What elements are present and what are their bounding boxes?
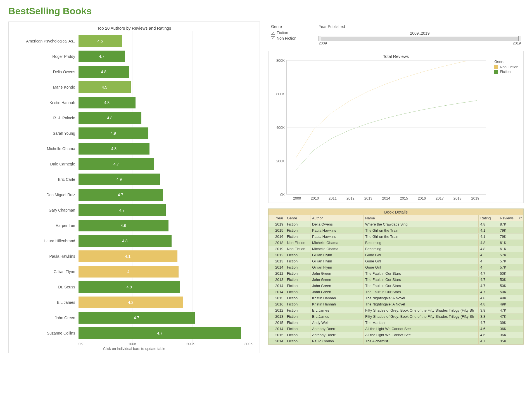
cell-author: John Green xyxy=(310,283,364,289)
cell-reviews: 79K xyxy=(498,234,523,240)
author-bar[interactable]: 4.2 xyxy=(79,297,183,308)
table-row[interactable]: 2014FictionAnthony DoerrAll the Light We… xyxy=(269,326,523,332)
table-row[interactable]: 2012FictionGillian FlynnGone Girl457K xyxy=(269,252,523,258)
author-bar[interactable]: 4.7 xyxy=(79,51,125,62)
author-bar[interactable]: 4.7 xyxy=(79,204,166,216)
bar-rating-label: 4.7 xyxy=(99,54,104,59)
cell-year: 2015 xyxy=(269,320,285,326)
year-slider-handle-min[interactable] xyxy=(319,36,321,41)
cell-rating: 4 xyxy=(479,258,498,264)
author-bar[interactable]: 4.7 xyxy=(79,158,154,170)
table-row[interactable]: 2015FictionPaula HawkinsThe Girl on the … xyxy=(269,227,523,234)
cell-name: Fifty Shades of Grey: Book One of the Fi… xyxy=(364,314,479,319)
cell-name: The Fault in Our Stars xyxy=(364,289,479,295)
cell-genre: Fiction xyxy=(285,307,310,313)
cell-author: Kristin Hannah xyxy=(310,301,364,307)
author-bar[interactable]: 4.9 xyxy=(79,127,148,139)
cell-rating: 4.1 xyxy=(479,234,498,240)
cell-genre: Fiction xyxy=(285,277,310,283)
cell-name: All the Light We Cannot See xyxy=(364,326,479,332)
table-row[interactable]: 2018Non FictionMichelle ObamaBecoming4.8… xyxy=(269,240,523,246)
author-label: Dr. Seuss xyxy=(15,285,77,289)
y-tick: 0K xyxy=(280,193,285,197)
author-bar[interactable]: 4.1 xyxy=(79,250,177,262)
table-row[interactable]: 2014FictionJohn GreenThe Fault in Our St… xyxy=(269,289,523,295)
col-rating[interactable]: Rating xyxy=(479,215,498,221)
table-row[interactable]: 2013FictionJohn GreenThe Fault in Our St… xyxy=(269,277,523,283)
cell-rating: 4.8 xyxy=(479,295,498,301)
author-bar[interactable]: 4.8 xyxy=(79,97,136,108)
table-row[interactable]: 2014FictionPaulo CoelhoThe Alchemist4.73… xyxy=(269,338,523,344)
col-name[interactable]: Name xyxy=(364,215,479,221)
genre-checkbox[interactable]: ✓Fiction xyxy=(271,30,296,35)
author-bar[interactable]: 4.8 xyxy=(79,112,141,124)
cell-author: Gillian Flynn xyxy=(310,264,364,270)
cell-rating: 4.7 xyxy=(479,283,498,289)
year-slider-handle-max[interactable] xyxy=(518,36,521,41)
author-bar[interactable]: 4.8 xyxy=(79,235,172,247)
cell-year: 2015 xyxy=(269,332,285,338)
filters-panel: Genre ✓Fiction✓Non Fiction Year Publishe… xyxy=(268,22,524,45)
cell-name: Fifty Shades of Grey: Book One of the Fi… xyxy=(364,307,479,313)
author-bar[interactable]: 4.5 xyxy=(79,35,122,47)
cell-author: Kristin Hannah xyxy=(310,295,364,301)
col-year[interactable]: Year xyxy=(269,215,285,221)
author-bar[interactable]: 4.7 xyxy=(79,189,163,201)
cell-name: The Nightingale: A Novel xyxy=(364,295,479,301)
table-row[interactable]: 2016FictionPaula HawkinsThe Girl on the … xyxy=(269,234,523,240)
cell-name: Gone Girl xyxy=(364,258,479,264)
author-bar[interactable]: 4 xyxy=(79,266,179,278)
cell-genre: Fiction xyxy=(285,326,310,332)
col-genre[interactable]: Genre xyxy=(285,215,310,221)
author-bar[interactable]: 4.8 xyxy=(79,143,149,155)
cell-name: The Fault in Our Stars xyxy=(364,271,479,276)
cell-reviews: 50K xyxy=(498,277,523,283)
author-bar[interactable]: 4.9 xyxy=(79,281,180,293)
table-row[interactable]: 2014FictionGillian FlynnGone Girl457K xyxy=(269,264,523,271)
col-author[interactable]: Author xyxy=(310,215,364,221)
bar-rating-label: 4.7 xyxy=(134,316,139,320)
table-row[interactable]: 2019Non FictionMichelle ObamaBecoming4.8… xyxy=(269,246,523,252)
author-bar[interactable]: 4.5 xyxy=(79,81,131,93)
author-label: American Psychological As.. xyxy=(15,39,77,43)
y-tick: 400K xyxy=(276,125,285,130)
author-bar[interactable]: 4.9 xyxy=(79,174,160,185)
genre-checkbox[interactable]: ✓Non Fiction xyxy=(271,36,296,41)
table-row[interactable]: 2015FictionAnthony DoerrAll the Light We… xyxy=(269,332,523,338)
table-row[interactable]: 2016FictionKristin HannahThe Nightingale… xyxy=(269,301,523,307)
author-bar[interactable]: 4.7 xyxy=(79,327,241,339)
cell-genre: Fiction xyxy=(285,289,310,295)
table-row[interactable]: 2013FictionGillian FlynnGone Girl457K xyxy=(269,258,523,264)
table-row[interactable]: 2015FictionKristin HannahThe Nightingale… xyxy=(269,295,523,301)
cell-genre: Fiction xyxy=(285,234,310,240)
legend-item[interactable]: Non Fiction xyxy=(494,65,518,69)
table-row[interactable]: 2015FictionAndy WeirThe Martian4.739K xyxy=(269,320,523,326)
x-year-tick: 2015 xyxy=(396,196,412,200)
cell-author: Gillian Flynn xyxy=(310,258,364,264)
author-bar[interactable]: 4.6 xyxy=(79,220,168,231)
table-row[interactable]: 2012FictionJohn GreenThe Fault in Our St… xyxy=(269,271,523,277)
cell-name: The Girl on the Train xyxy=(364,234,479,240)
cell-name: All the Light We Cannot See xyxy=(364,332,479,338)
cell-reviews: 36K xyxy=(498,332,523,338)
table-row[interactable]: 2019FictionDelia OwensWhere the Crawdads… xyxy=(269,221,523,227)
col-reviews[interactable]: Reviews↓≡ xyxy=(498,215,523,221)
year-slider[interactable] xyxy=(319,37,521,41)
cell-year: 2019 xyxy=(269,246,285,252)
table-row[interactable]: 2014FictionJohn GreenThe Fault in Our St… xyxy=(269,283,523,289)
legend-item[interactable]: Fiction xyxy=(494,70,518,74)
stack-chart-title: Total Reviews xyxy=(272,54,519,59)
table-row[interactable]: 2012FictionE L JamesFifty Shades of Grey… xyxy=(269,307,523,314)
cell-author: John Green xyxy=(310,271,364,276)
cell-year: 2012 xyxy=(269,271,285,276)
bar-rating-label: 4.2 xyxy=(128,300,133,305)
authors-bar-chart: Top 20 Authors by Reviews and Ratings Am… xyxy=(8,22,260,353)
author-bar[interactable]: 4.8 xyxy=(79,66,129,78)
author-bar[interactable]: 4.7 xyxy=(79,312,195,324)
table-row[interactable]: 2013FictionE L JamesFifty Shades of Grey… xyxy=(269,314,523,320)
author-label: R. J. Palacio xyxy=(15,116,77,120)
author-label: E L James xyxy=(15,300,77,305)
cell-author: E L James xyxy=(310,307,364,313)
checkbox-label: Non Fiction xyxy=(277,36,296,41)
cell-rating: 3.8 xyxy=(479,307,498,313)
